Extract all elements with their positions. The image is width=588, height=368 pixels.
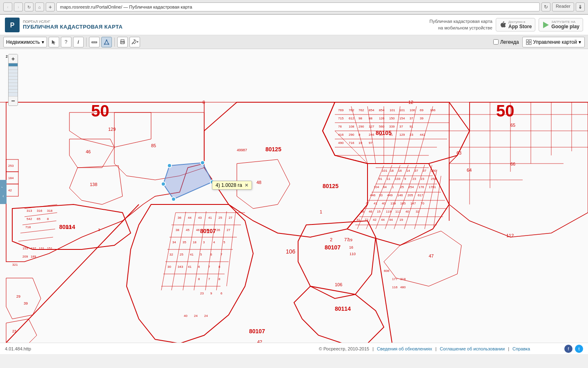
property-dropdown[interactable]: Недвижимость ▾ bbox=[3, 37, 47, 47]
measure-button[interactable] bbox=[89, 37, 100, 47]
svg-point-306 bbox=[172, 197, 176, 201]
address-bar[interactable] bbox=[56, 2, 540, 11]
svg-text:177: 177 bbox=[392, 277, 398, 281]
cursor-tool-button[interactable] bbox=[49, 37, 59, 47]
svg-text:8: 8 bbox=[198, 277, 200, 281]
tools-dropdown-button[interactable]: ▾ bbox=[129, 37, 140, 47]
svg-text:97: 97 bbox=[369, 141, 372, 145]
svg-text:176: 176 bbox=[419, 185, 424, 189]
svg-text:19: 19 bbox=[359, 141, 362, 145]
agreement-link[interactable]: Соглашение об использовании bbox=[440, 346, 505, 351]
forward-button[interactable]: › bbox=[14, 2, 23, 11]
svg-text:5: 5 bbox=[223, 240, 225, 244]
svg-text:42: 42 bbox=[373, 218, 376, 222]
svg-text:119: 119 bbox=[65, 225, 71, 229]
status-bar: 4.01.484.http © Росреестр, 2010-2015 | С… bbox=[0, 343, 588, 354]
svg-point-10 bbox=[104, 43, 105, 45]
svg-text:46: 46 bbox=[86, 149, 91, 154]
back-button[interactable]: ‹ bbox=[3, 2, 12, 11]
toolbar-right: Легенда Управление картой ▾ bbox=[493, 37, 585, 47]
svg-text:6: 6 bbox=[366, 202, 368, 205]
svg-text:6: 6 bbox=[220, 292, 223, 295]
refresh-icon[interactable]: ↻ bbox=[541, 2, 550, 11]
svg-text:1: 1 bbox=[320, 209, 322, 214]
map-control-button[interactable]: Управление картой ▾ bbox=[522, 37, 585, 47]
svg-text:313: 313 bbox=[27, 209, 32, 213]
zoom-in-button[interactable]: + bbox=[9, 54, 18, 63]
svg-text:490: 490 bbox=[338, 141, 344, 145]
zoom-level-bar[interactable] bbox=[9, 63, 18, 67]
svg-rect-20 bbox=[526, 43, 528, 45]
svg-rect-18 bbox=[526, 40, 528, 42]
svg-text:116: 116 bbox=[392, 285, 398, 289]
svg-text:70: 70 bbox=[421, 202, 424, 205]
svg-text:151: 151 bbox=[47, 247, 53, 250]
svg-text:150: 150 bbox=[389, 117, 395, 120]
refresh-button[interactable]: ↻ bbox=[24, 2, 33, 11]
svg-text:11: 11 bbox=[389, 133, 393, 137]
info-button[interactable]: i bbox=[73, 37, 84, 47]
svg-text:48: 48 bbox=[256, 180, 261, 185]
svg-text:7: 7 bbox=[220, 253, 223, 256]
measure-value: 4) 1.0028 га bbox=[216, 182, 242, 188]
svg-text:185: 185 bbox=[400, 202, 406, 205]
info-icon: i bbox=[78, 39, 79, 45]
svg-text:343: 343 bbox=[178, 265, 183, 269]
svg-text:854: 854 bbox=[379, 108, 385, 112]
svg-point-303 bbox=[167, 164, 172, 168]
svg-text:42: 42 bbox=[8, 188, 12, 192]
appstore-label: Доступно в bbox=[508, 20, 532, 24]
svg-text:34: 34 bbox=[172, 240, 176, 244]
svg-text:25: 25 bbox=[400, 185, 404, 189]
svg-text:46: 46 bbox=[369, 210, 372, 213]
svg-text:12: 12 bbox=[408, 100, 413, 105]
svg-text:46: 46 bbox=[196, 228, 200, 232]
svg-text:290: 290 bbox=[349, 133, 354, 137]
legend-checkbox[interactable] bbox=[493, 39, 499, 45]
googleplay-label: ЗАГРУЗИТЕ НА bbox=[551, 20, 579, 24]
svg-text:19: 19 bbox=[399, 218, 403, 222]
svg-text:6: 6 bbox=[210, 253, 212, 256]
map-toolbar: Недвижимость ▾ ? i ▾ Легенда Управление … bbox=[0, 35, 588, 49]
reader-button[interactable]: Reader bbox=[552, 2, 574, 11]
facebook-icon[interactable]: f bbox=[564, 345, 572, 353]
svg-text:617: 617 bbox=[418, 193, 423, 197]
svg-text:339: 339 bbox=[389, 125, 395, 128]
legend-checkbox-label[interactable]: Легенда bbox=[493, 39, 519, 45]
download-button[interactable]: ⇓ bbox=[576, 2, 585, 11]
zoom-out-button[interactable]: − bbox=[9, 96, 18, 105]
home-button[interactable]: ⌂ bbox=[35, 2, 44, 11]
svg-text:4: 4 bbox=[213, 240, 215, 244]
svg-text:3: 3 bbox=[203, 240, 205, 244]
googleplay-badge[interactable]: ЗАГРУЗИТЕ НА Google play bbox=[539, 18, 583, 31]
svg-text:197: 197 bbox=[31, 247, 36, 250]
browser-chrome: ‹ › ↻ ⌂ + ↻ Reader ⇓ bbox=[0, 0, 588, 15]
map-container[interactable]: 50 50 129 46 85 138 253 184 42 80114 bbox=[0, 49, 588, 343]
svg-text:24: 24 bbox=[204, 314, 208, 318]
svg-text:14: 14 bbox=[406, 169, 410, 173]
svg-text:50: 50 bbox=[91, 102, 109, 120]
portal-label: ПОРТАЛ УСЛУГ bbox=[23, 20, 122, 24]
new-tab-button[interactable]: + bbox=[46, 2, 55, 11]
copyright-text: © Росреестр, 2010-2015 bbox=[319, 346, 369, 351]
print-button[interactable] bbox=[117, 37, 128, 47]
svg-text:Р: Р bbox=[10, 22, 15, 29]
nav-arrow-left[interactable]: ‹ bbox=[0, 188, 7, 204]
svg-text:111: 111 bbox=[395, 210, 401, 213]
measure-close-button[interactable]: ✕ bbox=[245, 183, 248, 188]
zoom-controls: + − bbox=[8, 54, 18, 106]
svg-marker-2 bbox=[543, 22, 549, 28]
svg-text:41: 41 bbox=[188, 265, 192, 269]
app-header: Р ПОРТАЛ УСЛУГ ПУБЛИЧНАЯ КАДАСТРОВАЯ КАР… bbox=[0, 15, 588, 35]
twitter-icon[interactable]: t bbox=[575, 345, 583, 353]
svg-rect-22 bbox=[0, 49, 588, 343]
help-button[interactable]: ? bbox=[61, 37, 71, 47]
appstore-badge[interactable]: Доступно в App Store bbox=[496, 18, 535, 31]
area-measure-button[interactable] bbox=[101, 37, 112, 47]
svg-text:23: 23 bbox=[421, 177, 424, 181]
zoom-level-bar bbox=[9, 83, 18, 86]
property-label: Недвижимость bbox=[6, 39, 40, 45]
logo-text: ПОРТАЛ УСЛУГ ПУБЛИЧНАЯ КАДАСТРОВАЯ КАРТА bbox=[23, 20, 122, 30]
updates-link[interactable]: Сведения об обновлениях bbox=[377, 346, 432, 351]
help-link[interactable]: Справка bbox=[512, 346, 530, 351]
